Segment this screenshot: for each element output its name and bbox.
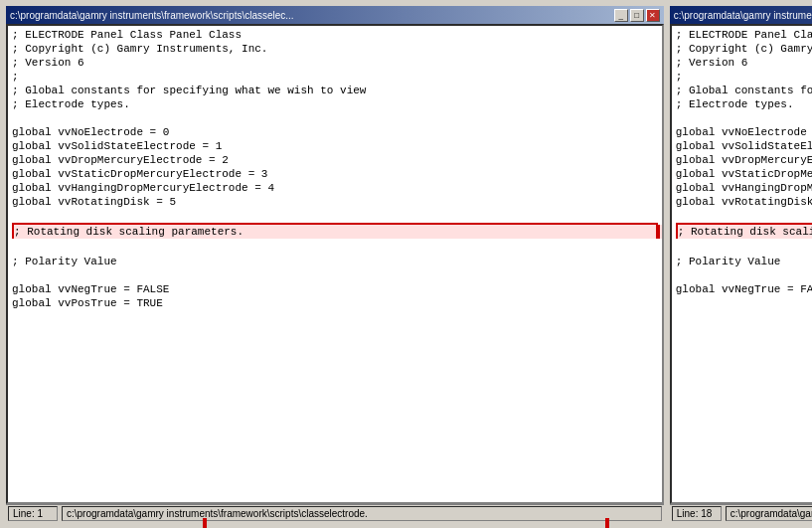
right-editor[interactable]: ; ELECTRODE Panel Class Panel Class; Cop…	[672, 26, 812, 502]
left-panel: c:\programdata\gamry instruments\framewo…	[6, 6, 664, 522]
left-arrow-col	[6, 518, 404, 528]
left-maximize-btn[interactable]: □	[630, 9, 644, 22]
left-arrow-stem	[203, 518, 207, 528]
left-title-buttons: _ □ ✕	[614, 9, 660, 22]
right-panel: c:\programdata\gamry instruments\framewo…	[670, 6, 812, 522]
right-arrow-col	[409, 518, 807, 528]
left-minimize-btn[interactable]: _	[614, 9, 628, 22]
right-editor-wrapper: ; ELECTRODE Panel Class Panel Class; Cop…	[670, 24, 812, 504]
left-title-text: c:\programdata\gamry instruments\framewo…	[10, 10, 294, 21]
left-editor-wrapper: ; ELECTRODE Panel Class Panel Class; Cop…	[6, 24, 664, 504]
right-title-text: c:\programdata\gamry instruments\framewo…	[674, 10, 812, 21]
main-container: c:\programdata\gamry instruments\framewo…	[0, 0, 812, 528]
left-editor[interactable]: ; ELECTRODE Panel Class Panel Class; Cop…	[8, 26, 662, 502]
right-arrow-stem	[605, 518, 609, 528]
right-title-bar: c:\programdata\gamry instruments\framewo…	[670, 6, 812, 24]
left-close-btn[interactable]: ✕	[646, 9, 660, 22]
left-title-bar: c:\programdata\gamry instruments\framewo…	[6, 6, 664, 24]
